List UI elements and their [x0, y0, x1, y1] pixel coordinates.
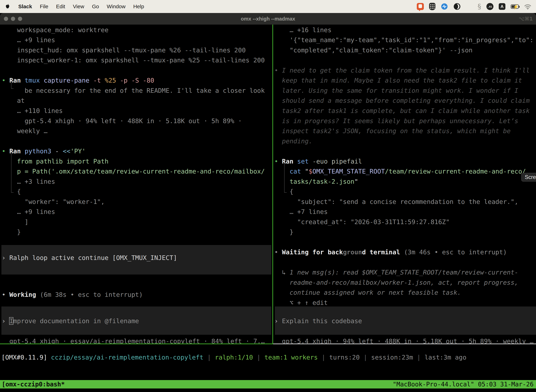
shield-grid-icon[interactable] — [429, 3, 436, 10]
terminal-line: workspace_mode: worktree — [17, 26, 109, 34]
terminal-line: readme-and-reco/mailbox/worker-1.json, a… — [290, 279, 518, 287]
screen: Slack FileEditViewGoWindowHelp — [0, 0, 536, 392]
terminal-line: inspect_worker-1: omx sparkshell --tmux-… — [17, 56, 265, 64]
tmux-status-bar: [omx-cczip0:bash* "MacBook-Pro-44.local"… — [0, 380, 536, 388]
menu-item-go[interactable]: Go — [92, 4, 99, 9]
terminal-line: ] — [25, 218, 29, 226]
terminal-line: "worker": "worker-1", — [25, 198, 105, 206]
terminal-line: • Waiting for background terminal (3m 46… — [274, 248, 507, 256]
blue-bolt-icon[interactable] — [441, 3, 448, 10]
menu-items: FileEditViewGoWindowHelp — [40, 4, 144, 9]
window-titlebar[interactable]: omx --xhigh --madmax ⌥⌘1 — [0, 13, 536, 25]
terminal-line: tasks/task-2.json" — [290, 177, 358, 186]
pane-border-bottom-active — [0, 344, 273, 344]
terminal-line: at — [17, 97, 25, 105]
terminal-line: … +9 lines — [17, 36, 55, 44]
terminal-line: … +9 lines — [17, 208, 55, 216]
terminal-line: • Working (6m 38s • esc to interrupt) — [2, 291, 143, 299]
terminal-line: } — [290, 228, 293, 236]
macos-menubar: Slack FileEditViewGoWindowHelp — [0, 0, 536, 13]
terminal-line: { — [290, 187, 293, 196]
window-title: omx --xhigh --madmax — [0, 13, 536, 25]
omx-hud-statusline: [OMX#0.11.9] cczip/essay/ai-reimplementa… — [1, 353, 466, 361]
apple-logo-icon[interactable] — [5, 4, 10, 9]
output-connector-line — [11, 153, 14, 193]
terminal-line: • Ran python3 - <<'PY' — [2, 147, 86, 155]
terminal-line: should send a message before completing … — [282, 97, 530, 105]
menu-item-edit[interactable]: Edit — [56, 4, 65, 9]
tmux-pane-left[interactable]: workspace_mode: worktree… +9 linesinspec… — [0, 25, 273, 344]
terminal-line: ↳ 1 new msg(s): read $OMX_TEAM_STATE_ROO… — [282, 268, 518, 276]
screen-recording-chip[interactable]: Scre — [521, 173, 536, 182]
terminal-line: pending. — [282, 137, 312, 145]
menu-app-name[interactable]: Slack — [18, 4, 32, 9]
terminal-line: task2 after task1 is complete, but can I… — [282, 107, 530, 115]
terminal-line: p = Path('.omx/state/team/review-current… — [17, 167, 265, 175]
terminal-line: … +16 lines — [290, 26, 331, 34]
terminal-line: { — [17, 187, 21, 196]
terminal-line: inspect_hud: omx sparkshell --tmux-pane … — [17, 46, 246, 54]
output-connector-line — [284, 163, 287, 193]
terminal: workspace_mode: worktree… +9 linesinspec… — [0, 25, 536, 392]
dots-grid-icon[interactable] — [466, 3, 472, 10]
squiggle-icon[interactable]: § — [478, 2, 481, 10]
terminal-line: gpt-5.4 xhigh · essay/ai-reimplementatio… — [9, 337, 265, 344]
terminal-line: › Improve documentation in @filename — [2, 317, 139, 325]
text-cursor: I — [9, 317, 13, 325]
terminal-line: later. Using the same for transition mig… — [282, 87, 518, 95]
menubar-status-icons: § ..61 A ⚡ — [417, 2, 536, 10]
terminal-line: is in progress? It seems likely but perh… — [282, 117, 518, 125]
terminal-line: • I need to get the claim token from the… — [274, 66, 530, 75]
terminal-line: continue assigned work or next feasible … — [290, 289, 461, 297]
terminal-line: keep that in mind. Maybe I also need the… — [282, 76, 522, 84]
terminal-line: be necessary for the end of the README. … — [25, 87, 265, 95]
terminal-line: • Ran set -euo pipefail — [274, 157, 362, 165]
menu-item-window[interactable]: Window — [107, 4, 125, 9]
terminal-line: } — [17, 228, 21, 236]
terminal-line: › Explain this codebase — [274, 317, 362, 325]
pane-border-bottom-inactive — [273, 344, 536, 344]
terminal-line: "subject": "send a concise recommendatio… — [297, 198, 518, 206]
menu-item-help[interactable]: Help — [133, 4, 144, 9]
terminal-line: … +110 lines — [17, 107, 63, 115]
tmux-window-label[interactable]: [omx-cczip0:bash* — [0, 381, 65, 388]
badge-61-icon[interactable]: ..61 — [486, 3, 493, 10]
menu-item-view[interactable]: View — [73, 4, 84, 9]
terminal-line: "created_at": "2026-03-31T11:59:27.816Z" — [297, 218, 450, 226]
menu-item-file[interactable]: File — [40, 4, 48, 9]
wifi-icon[interactable] — [524, 4, 531, 9]
terminal-line: "completed","claim_token":"claim-token"}… — [290, 46, 473, 54]
terminal-line: from pathlib import Path — [17, 157, 109, 165]
window-shortcut-hint: ⌥⌘1 — [519, 13, 533, 25]
terminal-line: … +7 lines — [290, 208, 328, 216]
terminal-line: › Ralph loop active continue [OMX_TMUX_I… — [2, 254, 177, 262]
terminal-line: ⌥ + ↑ edit — [290, 299, 328, 307]
tmux-host-clock: "MacBook-Pro-44.local" 05:03 31-Mar-26 — [393, 381, 536, 388]
terminal-line: weekly … — [17, 127, 48, 135]
terminal-line: … +3 lines — [17, 177, 55, 186]
battery-charging-icon[interactable]: ⚡ — [511, 5, 519, 9]
tmux-pane-right[interactable]: … +16 lines'{"team_name":"my-team","task… — [274, 25, 536, 344]
dark-crescent-icon[interactable] — [453, 3, 461, 10]
terminal-line: '{"team_name":"my-team","task_id":"1","f… — [290, 36, 534, 44]
terminal-line: inspect task2's JSON, focusing on the st… — [282, 127, 511, 135]
keyboard-a-icon[interactable]: A — [499, 3, 505, 10]
terminal-line: gpt-5.4 xhigh · 94% left · 488K in · 5.1… — [282, 337, 533, 344]
menubar-menus: Slack FileEditViewGoWindowHelp — [0, 4, 144, 9]
terminal-line: gpt-5.4 xhigh · 94% left · 488K in · 5.1… — [25, 117, 242, 125]
pane-divider-vertical[interactable] — [273, 25, 273, 344]
chat-icon[interactable] — [417, 3, 424, 10]
terminal-line: • Ran tmux capture-pane -t %25 -p -S -80 — [2, 76, 154, 84]
terminal-line: cat "$OMX_TEAM_STATE_ROOT/team/review-cu… — [290, 167, 526, 175]
